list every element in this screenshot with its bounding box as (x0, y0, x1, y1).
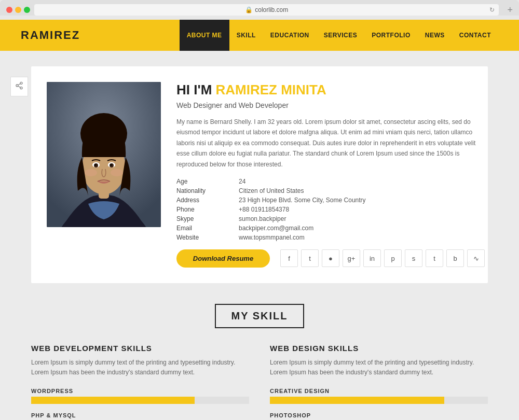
detail-label: Age (176, 178, 239, 185)
site-wrapper: RAMIREZ ABOUT ME SKILL EDUCATION SERVICE… (0, 20, 519, 420)
web-design-col: WEB DESIGN SKILLS Lorem Ipsum is simply … (270, 344, 488, 420)
svg-point-1 (16, 85, 18, 87)
web-design-title: WEB DESIGN SKILLS (270, 344, 488, 353)
browser-chrome: 🔒 colorlib.com ↻ + (0, 0, 519, 16)
about-bottom: Download Resume f t ● g+ in p s t b ∿ (176, 249, 485, 268)
svg-line-3 (18, 86, 21, 88)
web-dev-desc: Lorem Ipsum is simply dummy text of the … (31, 358, 249, 377)
skill-photoshop-label: PHOTOSHOP (270, 412, 488, 418)
social-pinterest[interactable]: p (384, 249, 402, 267)
refresh-icon[interactable]: ↻ (489, 6, 495, 13)
detail-label: Email (176, 225, 239, 232)
skill-wordpress-label: WORDPRESS (31, 388, 249, 394)
nav-contact[interactable]: CONTACT (452, 20, 498, 51)
detail-value: Citizen of United States (239, 187, 485, 194)
about-greeting: HI I'M RAMIREZ MINITA (176, 82, 485, 98)
social-tumblr[interactable]: t (426, 249, 443, 267)
skill-creative-bar (270, 397, 488, 404)
minimize-dot[interactable] (15, 7, 21, 13)
browser-titlebar: 🔒 colorlib.com ↻ + (6, 4, 513, 16)
download-resume-button[interactable]: Download Resume (176, 249, 270, 268)
nav-about[interactable]: ABOUT ME (180, 20, 229, 51)
detail-value: 24 (239, 178, 485, 185)
detail-label: Website (176, 234, 239, 241)
skill-creative-fill (270, 397, 444, 404)
detail-label: Phone (176, 206, 239, 213)
about-bio: My name is Bernard Shelly. I am 32 years… (176, 117, 485, 170)
close-dot[interactable] (6, 7, 12, 13)
social-behance[interactable]: b (446, 249, 464, 267)
social-rss[interactable]: ∿ (467, 249, 485, 267)
address-bar[interactable]: 🔒 colorlib.com ↻ (34, 4, 499, 16)
svg-line-4 (18, 83, 21, 85)
detail-value: backpiper.com@gmail.com (239, 225, 485, 232)
web-dev-title: WEB DEVELOPMENT SKILLS (31, 344, 249, 353)
social-twitter[interactable]: t (301, 249, 319, 267)
about-name: RAMIREZ MINITA (216, 82, 326, 97)
social-instagram[interactable]: ● (322, 249, 339, 267)
detail-label: Address (176, 197, 239, 204)
web-design-desc: Lorem Ipsum is simply dummy text of the … (270, 358, 488, 377)
about-card: HI I'M RAMIREZ MINITA Web Designer and W… (31, 66, 488, 283)
skill-php: PHP & MYSQL (31, 412, 249, 420)
maximize-dot[interactable] (24, 7, 30, 13)
skills-grid: WEB DEVELOPMENT SKILLS Lorem Ipsum is si… (31, 344, 488, 420)
site-nav: ABOUT ME SKILL EDUCATION SERVICES PORTFO… (180, 20, 498, 51)
skill-section: MY SKILL WEB DEVELOPMENT SKILLS Lorem Ip… (31, 304, 488, 420)
browser-dots (6, 7, 30, 13)
web-dev-col: WEB DEVELOPMENT SKILLS Lorem Ipsum is si… (31, 344, 249, 420)
profile-photo (47, 82, 161, 227)
share-widget[interactable] (10, 77, 28, 96)
social-google-plus[interactable]: g+ (343, 249, 360, 267)
nav-skill[interactable]: SKILL (229, 20, 263, 51)
social-icons: f t ● g+ in p s t b ∿ (280, 249, 485, 267)
nav-portfolio[interactable]: PORTFOLIO (364, 20, 418, 51)
skill-wordpress-bar (31, 397, 249, 404)
detail-label: Nationality (176, 187, 239, 194)
skill-wordpress: WORDPRESS (31, 388, 249, 404)
about-info: HI I'M RAMIREZ MINITA Web Designer and W… (176, 82, 485, 268)
detail-value: www.topsmmpanel.com (239, 234, 485, 241)
svg-point-17 (85, 169, 97, 176)
site-logo: RAMIREZ (21, 29, 80, 42)
svg-point-10 (80, 113, 127, 155)
detail-value: sumon.backpiper (239, 215, 485, 222)
skill-creative-label: CREATIVE DESIGN (270, 388, 488, 394)
skill-photoshop: PHOTOSHOP (270, 412, 488, 420)
svg-point-18 (111, 169, 123, 176)
about-title: Web Designer and Web Developer (176, 101, 485, 109)
nav-news[interactable]: NEWS (418, 20, 452, 51)
new-tab-button[interactable]: + (507, 5, 513, 16)
detail-value: +88 01911854378 (239, 206, 485, 213)
social-skype[interactable]: s (405, 249, 422, 267)
url-text: colorlib.com (255, 6, 288, 13)
skill-wordpress-fill (31, 397, 195, 404)
nav-services[interactable]: SERVICES (317, 20, 364, 51)
site-header: RAMIREZ ABOUT ME SKILL EDUCATION SERVICE… (0, 20, 519, 51)
svg-point-15 (94, 164, 97, 166)
main-content: HI I'M RAMIREZ MINITA Web Designer and W… (0, 51, 519, 420)
about-details: Age24NationalityCitizen of United States… (176, 178, 485, 241)
social-facebook[interactable]: f (280, 249, 298, 267)
svg-point-16 (110, 164, 112, 166)
social-linkedin[interactable]: in (363, 249, 381, 267)
detail-value: 23 High Hope Blvd. Some City, Some Count… (239, 197, 485, 204)
skill-creative: CREATIVE DESIGN (270, 388, 488, 404)
svg-point-2 (20, 87, 22, 89)
detail-label: Skype (176, 215, 239, 222)
nav-education[interactable]: EDUCATION (263, 20, 317, 51)
skill-section-title: MY SKILL (215, 304, 305, 328)
skill-php-label: PHP & MYSQL (31, 412, 249, 418)
svg-point-0 (20, 82, 22, 84)
lock-icon: 🔒 (245, 6, 253, 13)
